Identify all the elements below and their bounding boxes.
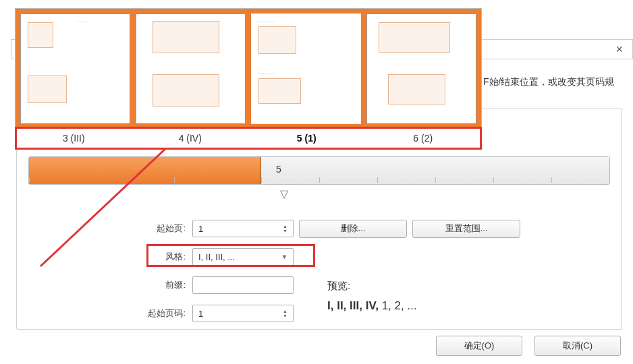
ok-button[interactable]: 确定(O) [436, 336, 522, 356]
page-range-slider[interactable]: 5 [28, 156, 610, 185]
start-number-spinbox[interactable]: 1 ▲▼ [192, 305, 294, 322]
delete-button[interactable]: 删除... [299, 220, 407, 238]
thumbnail-labels: 3 (III) 4 (IV) 5 (1) 6 (2) [16, 127, 481, 149]
start-number-value: 1 [198, 309, 203, 319]
preview-text: I, II, III, IV, 1, 2, ... [327, 299, 417, 313]
thumbnail-slot[interactable]: — — — — — — — — — — [250, 13, 362, 125]
slider-marker-icon[interactable]: ▽ [280, 187, 288, 200]
thumbnail-slot[interactable]: — — — [20, 13, 131, 125]
preview-label: 预览: [327, 280, 350, 293]
style-combobox[interactable]: I, II, III, ... ▼ [192, 248, 294, 266]
spin-arrows-icon[interactable]: ▲▼ [283, 309, 287, 318]
chevron-down-icon: ▼ [281, 253, 287, 260]
spin-arrows-icon[interactable]: ▲▼ [283, 224, 287, 233]
thumbnail-label: 3 (III) [16, 127, 132, 149]
slider-value: 5 [276, 164, 281, 175]
start-number-label: 起始页码: [17, 307, 192, 320]
thumbnail-label: 4 (IV) [132, 127, 249, 149]
page-range-hint: F始/结束位置，或改变其页码规 [483, 76, 614, 88]
start-page-value: 1 [198, 224, 203, 234]
thumbnail-label: 5 (1) [248, 127, 365, 149]
style-label: 风格: [17, 251, 192, 263]
dialog-footer: 确定(O) 取消(C) [431, 336, 621, 356]
thumbnail-slot[interactable] [366, 13, 477, 125]
close-icon[interactable]: × [615, 42, 623, 57]
prefix-input[interactable] [192, 276, 294, 294]
page-thumbnail-strip: — — — — — — — — [15, 8, 482, 150]
prefix-label: 前缀: [17, 279, 192, 291]
start-page-label: 起始页: [17, 222, 192, 235]
reset-range-button[interactable]: 重置范围... [412, 220, 520, 238]
style-value: I, II, III, ... [198, 252, 235, 262]
thumbnail-label: 6 (2) [365, 127, 482, 149]
cancel-button[interactable]: 取消(C) [534, 336, 621, 356]
thumbnail-slot[interactable] [135, 13, 246, 125]
start-page-spinbox[interactable]: 1 ▲▼ [192, 220, 294, 237]
